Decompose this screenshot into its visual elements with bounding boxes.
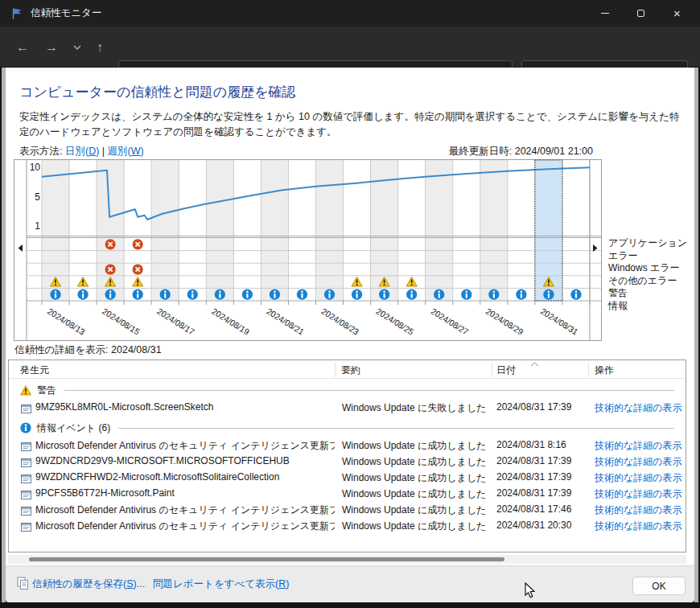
scrollbar-thumb[interactable] [29, 557, 504, 561]
event-source-icon [21, 523, 31, 532]
event-summary: Windows Update に成功しました [342, 439, 492, 453]
event-source-icon [21, 442, 31, 451]
group-rule [64, 390, 674, 391]
info-icon [133, 290, 143, 300]
event-date: 2024/08/31 17:46 [496, 503, 590, 515]
technical-details-link[interactable]: 技術的な詳細の表示 [595, 439, 683, 453]
event-source: 9WZDNCRD29V9-MICROSOFT.MICROSOFTOFFICEHU… [35, 455, 335, 466]
event-row[interactable]: 9WZDNCRFHWD2-Microsoft.MicrosoftSolitair… [9, 469, 686, 485]
event-summary: Windows Update に成功しました [342, 455, 492, 469]
info-icon [105, 290, 116, 300]
technical-details-link[interactable]: 技術的な詳細の表示 [595, 520, 683, 533]
table-header: 発生元 要約 日付 操作 [9, 360, 686, 379]
back-button[interactable]: ← [14, 36, 31, 58]
event-row[interactable]: Microsoft Defender Antivirus のセキュリティ インテ… [9, 517, 686, 533]
view-all-problem-reports-link[interactable]: 問題レポートをすべて表示(R) [153, 577, 289, 591]
up-button[interactable]: ↑ [91, 36, 109, 58]
minimize-button[interactable] [587, 0, 623, 27]
ok-button[interactable]: OK [632, 577, 686, 595]
stability-chart[interactable]: 10512024/08/132024/08/152024/08/172024/0… [14, 159, 602, 343]
technical-details-link[interactable]: 技術的な詳細の表示 [595, 487, 683, 501]
event-group-info[interactable]: 情報イベント (6) [9, 419, 686, 437]
event-summary: Windows Update に成功しました [342, 520, 492, 533]
svg-text:5: 5 [35, 191, 40, 203]
event-source-icon [21, 405, 31, 413]
event-source: 9MZ95KL8MR0L-Microsoft.ScreenSketch [35, 401, 335, 413]
window-right-frame [694, 68, 700, 602]
column-header-summary[interactable]: 要約 [341, 364, 360, 377]
info-icon [488, 290, 499, 300]
window-bottom-frame [0, 602, 700, 608]
column-header-date[interactable]: 日付 [496, 364, 516, 377]
event-source-icon [21, 507, 31, 516]
svg-text:1: 1 [35, 220, 40, 232]
event-row[interactable]: Microsoft Defender Antivirus のセキュリティ インテ… [9, 437, 686, 453]
save-reliability-history-link[interactable]: 信頼性の履歴を保存(S)... [32, 577, 145, 591]
recent-pages-chevron[interactable] [70, 36, 84, 58]
technical-details-link[interactable]: 技術的な詳細の表示 [595, 503, 683, 517]
maximize-icon [637, 10, 644, 17]
info-icon [187, 290, 198, 300]
navigation-bar: ← → ↑ « セキュリティとメンテナンス › 信頼性モニター [0, 27, 700, 68]
event-row[interactable]: 9PCFS5B6T72H-Microsoft.PaintWindows Upda… [9, 485, 686, 501]
save-history-icon [17, 577, 30, 590]
close-button[interactable]: × [659, 0, 695, 27]
event-row[interactable]: 9WZDNCRD29V9-MICROSOFT.MICROSOFTOFFICEHU… [9, 453, 686, 469]
event-summary: Windows Update に成功しました [342, 471, 492, 485]
event-source: 9WZDNCRFHWD2-Microsoft.MicrosoftSolitair… [35, 471, 335, 483]
error-icon [105, 264, 116, 274]
event-source-icon [21, 491, 31, 499]
event-group-warning[interactable]: 警告 [9, 381, 686, 399]
chart-row-labels: アプリケーション エラーWindows エラーその他のエラー警告情報 [608, 237, 692, 313]
event-date: 2024/08/31 17:39 [496, 487, 590, 499]
mouse-cursor [525, 582, 537, 599]
event-row[interactable]: 9MZ95KL8MR0L-Microsoft.ScreenSketchWindo… [9, 399, 686, 415]
info-icon [215, 290, 225, 300]
info-icon [543, 290, 554, 300]
view-mode-label: 表示方法: [19, 146, 62, 157]
window-title: 信頼性モニター [31, 6, 101, 20]
info-icon [20, 422, 31, 433]
info-icon [406, 290, 417, 300]
info-icon [324, 290, 335, 300]
event-source: Microsoft Defender Antivirus のセキュリティ インテ… [35, 520, 335, 533]
view-mode-divider: | [102, 146, 105, 157]
error-icon [133, 239, 143, 249]
info-icon [434, 290, 444, 300]
view-daily-link[interactable]: 日別(D) [65, 146, 99, 157]
chart-row-label: 情報 [608, 300, 692, 313]
column-header-action[interactable]: 操作 [595, 364, 614, 377]
last-updated-label: 最終更新日時: 2024/09/01 21:00 [449, 145, 593, 158]
close-icon: × [673, 6, 681, 20]
group-label: 情報イベント (6) [37, 421, 110, 435]
page-title: コンピューターの信頼性と問題の履歴を確認 [19, 83, 296, 101]
horizontal-scrollbar[interactable] [8, 555, 686, 564]
forward-button[interactable]: → [43, 36, 60, 58]
event-date: 2024/08/31 20:30 [496, 520, 590, 531]
event-row[interactable]: Microsoft Defender Antivirus のセキュリティ インテ… [9, 501, 686, 517]
info-icon [461, 290, 471, 300]
event-summary: Windows Update に成功しました [342, 487, 492, 501]
column-header-source[interactable]: 発生元 [20, 364, 49, 377]
page-description: 安定性インデックスは、システムの全体的な安定性を 1 から 10 の数値で評価し… [19, 109, 682, 141]
technical-details-link[interactable]: 技術的な詳細の表示 [595, 471, 683, 485]
reliability-flag-icon [10, 7, 23, 20]
view-weekly-link[interactable]: 週別(W) [108, 146, 144, 157]
technical-details-link[interactable]: 技術的な詳細の表示 [595, 401, 683, 415]
info-icon [297, 290, 307, 300]
event-date: 2024/08/31 8:16 [496, 439, 590, 450]
event-summary: Windows Update に失敗しました [342, 401, 492, 415]
chart-row-label: アプリケーション エラー [608, 237, 692, 262]
info-icon [516, 290, 526, 300]
info-icon [570, 290, 581, 300]
detail-header: 信頼性の詳細を表示: 2024/08/31 [14, 343, 162, 357]
events-table: 発生元 要約 日付 操作 警告9MZ95KL8MR0L-Microsoft.Sc… [8, 359, 686, 553]
event-summary: Windows Update に成功しました [342, 503, 492, 517]
info-icon [50, 290, 60, 300]
reliability-monitor-window: 信頼性モニター × ← → ↑ « セキュリティとメンテナンス › 信頼性モニタ… [0, 0, 700, 608]
minimize-icon [601, 13, 609, 14]
maximize-button[interactable] [623, 0, 659, 27]
error-icon [105, 239, 116, 249]
view-mode-row: 表示方法: 日別(D) | 週別(W) [19, 145, 144, 158]
technical-details-link[interactable]: 技術的な詳細の表示 [595, 455, 683, 469]
